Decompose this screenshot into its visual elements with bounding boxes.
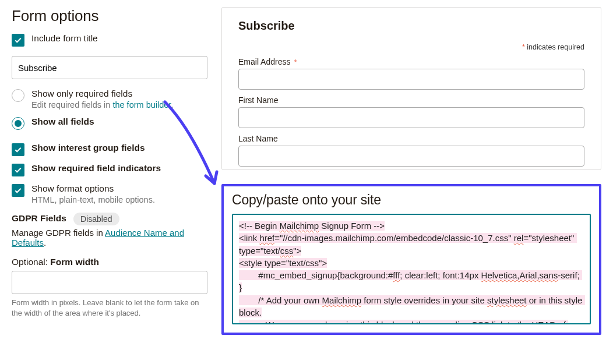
email-label: Email Address * — [238, 57, 584, 66]
format-options-sub: HTML, plain-text, mobile options. — [31, 195, 207, 204]
required-indicators-option: Show required field indicators — [12, 163, 207, 176]
email-input[interactable] — [238, 69, 584, 90]
form-width-input[interactable] — [12, 271, 207, 294]
code-section: Copy/paste onto your site <!-- Begin Mai… — [221, 184, 601, 335]
show-all-fields-label: Show all fields — [31, 116, 207, 127]
last-name-label: Last Name — [238, 134, 584, 143]
interest-groups-checkbox[interactable] — [12, 143, 24, 156]
show-only-required-label: Show only required fields — [31, 89, 207, 99]
required-asterisk-icon: * — [292, 58, 297, 66]
preview-title: Subscribe — [238, 19, 584, 33]
interest-groups-label: Show interest group fields — [31, 143, 207, 153]
gdpr-desc: Manage GDPR fields in Audience Name and … — [12, 228, 207, 248]
show-only-required-option: Show only required fields Edit required … — [12, 89, 207, 109]
last-name-input[interactable] — [238, 146, 584, 167]
show-only-required-radio[interactable] — [12, 89, 24, 102]
gdpr-title: GDPR Fields — [12, 213, 66, 223]
form-title-input[interactable] — [12, 56, 207, 79]
include-form-title-checkbox[interactable] — [12, 34, 24, 47]
page-title: Form options — [12, 7, 207, 25]
check-icon — [14, 166, 22, 174]
form-preview-scroll[interactable]: Subscribe * indicates required Email Add… — [222, 8, 601, 169]
first-name-input[interactable] — [238, 107, 584, 128]
required-note: * indicates required — [238, 43, 584, 51]
format-options-label: Show format options — [31, 183, 207, 194]
code-heading: Copy/paste onto your site — [232, 192, 591, 208]
interest-groups-option: Show interest group fields — [12, 143, 207, 156]
embed-code-textarea[interactable]: <!-- Begin Mailchimp Signup Form --> <li… — [232, 214, 591, 324]
gdpr-disabled-badge: Disabled — [73, 213, 119, 225]
gdpr-section: GDPR Fields Disabled Manage GDPR fields … — [12, 213, 207, 248]
check-icon — [14, 36, 22, 44]
show-all-fields-option: Show all fields — [12, 116, 207, 130]
format-options-checkbox[interactable] — [12, 184, 24, 197]
form-width-help: Form width in pixels. Leave blank to let… — [12, 298, 207, 318]
show-only-required-sub: Edit required fields in the form builder… — [31, 100, 207, 109]
show-all-fields-radio[interactable] — [12, 117, 24, 130]
required-indicators-label: Show required field indicators — [31, 163, 207, 174]
right-column: Subscribe * indicates required Email Add… — [221, 7, 601, 335]
include-form-title-option: Include form title — [12, 33, 207, 47]
check-icon — [14, 146, 22, 154]
form-options-panel: Form options Include form title Show onl… — [12, 7, 207, 335]
format-options-option: Show format options HTML, plain-text, mo… — [12, 183, 207, 204]
first-name-label: First Name — [238, 96, 584, 105]
check-icon — [14, 186, 22, 195]
form-width-label: Optional: Form width — [12, 257, 207, 267]
required-indicators-checkbox[interactable] — [12, 164, 24, 176]
include-form-title-label: Include form title — [31, 33, 207, 44]
form-preview: Subscribe * indicates required Email Add… — [221, 7, 601, 170]
form-builder-link[interactable]: the form builder — [112, 100, 171, 109]
